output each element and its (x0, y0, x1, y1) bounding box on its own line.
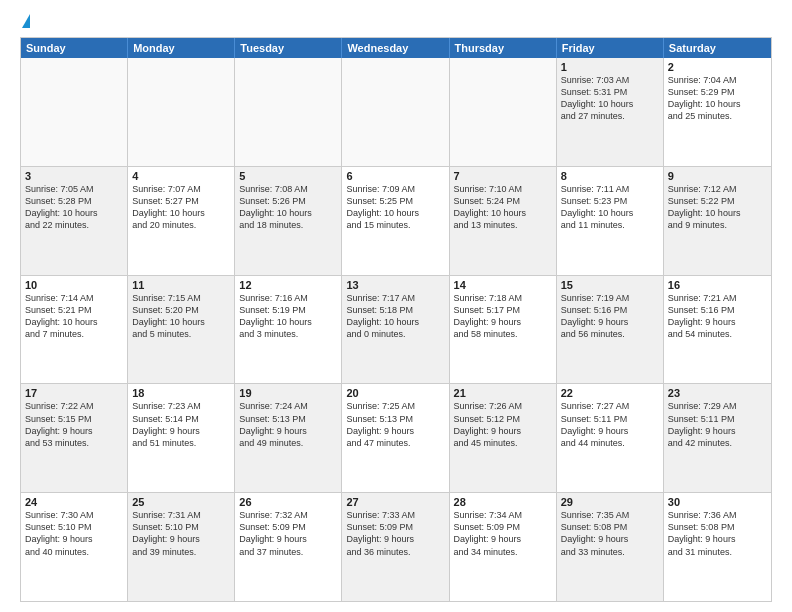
calendar-cell-26: 26Sunrise: 7:32 AM Sunset: 5:09 PM Dayli… (235, 493, 342, 601)
calendar-cell-9: 9Sunrise: 7:12 AM Sunset: 5:22 PM Daylig… (664, 167, 771, 275)
calendar-cell-8: 8Sunrise: 7:11 AM Sunset: 5:23 PM Daylig… (557, 167, 664, 275)
logo-triangle-icon (22, 14, 30, 28)
day-number: 8 (561, 170, 659, 182)
calendar-cell-23: 23Sunrise: 7:29 AM Sunset: 5:11 PM Dayli… (664, 384, 771, 492)
day-number: 19 (239, 387, 337, 399)
calendar-cell-16: 16Sunrise: 7:21 AM Sunset: 5:16 PM Dayli… (664, 276, 771, 384)
day-info: Sunrise: 7:09 AM Sunset: 5:25 PM Dayligh… (346, 183, 444, 232)
weekday-header-thursday: Thursday (450, 38, 557, 58)
day-number: 18 (132, 387, 230, 399)
day-info: Sunrise: 7:14 AM Sunset: 5:21 PM Dayligh… (25, 292, 123, 341)
day-info: Sunrise: 7:25 AM Sunset: 5:13 PM Dayligh… (346, 400, 444, 449)
day-info: Sunrise: 7:26 AM Sunset: 5:12 PM Dayligh… (454, 400, 552, 449)
day-info: Sunrise: 7:24 AM Sunset: 5:13 PM Dayligh… (239, 400, 337, 449)
day-number: 12 (239, 279, 337, 291)
calendar-row-3: 10Sunrise: 7:14 AM Sunset: 5:21 PM Dayli… (21, 276, 771, 385)
day-info: Sunrise: 7:32 AM Sunset: 5:09 PM Dayligh… (239, 509, 337, 558)
calendar-cell-29: 29Sunrise: 7:35 AM Sunset: 5:08 PM Dayli… (557, 493, 664, 601)
day-info: Sunrise: 7:22 AM Sunset: 5:15 PM Dayligh… (25, 400, 123, 449)
calendar: SundayMondayTuesdayWednesdayThursdayFrid… (20, 37, 772, 602)
day-info: Sunrise: 7:15 AM Sunset: 5:20 PM Dayligh… (132, 292, 230, 341)
day-number: 15 (561, 279, 659, 291)
day-info: Sunrise: 7:10 AM Sunset: 5:24 PM Dayligh… (454, 183, 552, 232)
calendar-cell-17: 17Sunrise: 7:22 AM Sunset: 5:15 PM Dayli… (21, 384, 128, 492)
day-number: 26 (239, 496, 337, 508)
day-number: 30 (668, 496, 767, 508)
day-number: 7 (454, 170, 552, 182)
day-info: Sunrise: 7:18 AM Sunset: 5:17 PM Dayligh… (454, 292, 552, 341)
calendar-cell-19: 19Sunrise: 7:24 AM Sunset: 5:13 PM Dayli… (235, 384, 342, 492)
day-info: Sunrise: 7:08 AM Sunset: 5:26 PM Dayligh… (239, 183, 337, 232)
calendar-cell-11: 11Sunrise: 7:15 AM Sunset: 5:20 PM Dayli… (128, 276, 235, 384)
day-number: 24 (25, 496, 123, 508)
calendar-cell-12: 12Sunrise: 7:16 AM Sunset: 5:19 PM Dayli… (235, 276, 342, 384)
calendar-cell-5: 5Sunrise: 7:08 AM Sunset: 5:26 PM Daylig… (235, 167, 342, 275)
day-info: Sunrise: 7:11 AM Sunset: 5:23 PM Dayligh… (561, 183, 659, 232)
calendar-cell-empty-0 (21, 58, 128, 166)
day-number: 6 (346, 170, 444, 182)
calendar-row-5: 24Sunrise: 7:30 AM Sunset: 5:10 PM Dayli… (21, 493, 771, 601)
calendar-cell-20: 20Sunrise: 7:25 AM Sunset: 5:13 PM Dayli… (342, 384, 449, 492)
day-info: Sunrise: 7:05 AM Sunset: 5:28 PM Dayligh… (25, 183, 123, 232)
day-info: Sunrise: 7:17 AM Sunset: 5:18 PM Dayligh… (346, 292, 444, 341)
day-info: Sunrise: 7:29 AM Sunset: 5:11 PM Dayligh… (668, 400, 767, 449)
day-number: 22 (561, 387, 659, 399)
day-info: Sunrise: 7:16 AM Sunset: 5:19 PM Dayligh… (239, 292, 337, 341)
calendar-cell-empty-4 (450, 58, 557, 166)
day-number: 11 (132, 279, 230, 291)
day-info: Sunrise: 7:36 AM Sunset: 5:08 PM Dayligh… (668, 509, 767, 558)
day-number: 2 (668, 61, 767, 73)
day-number: 5 (239, 170, 337, 182)
calendar-cell-27: 27Sunrise: 7:33 AM Sunset: 5:09 PM Dayli… (342, 493, 449, 601)
calendar-body: 1Sunrise: 7:03 AM Sunset: 5:31 PM Daylig… (21, 58, 771, 601)
day-number: 27 (346, 496, 444, 508)
calendar-header: SundayMondayTuesdayWednesdayThursdayFrid… (21, 38, 771, 58)
calendar-cell-21: 21Sunrise: 7:26 AM Sunset: 5:12 PM Dayli… (450, 384, 557, 492)
day-number: 17 (25, 387, 123, 399)
weekday-header-monday: Monday (128, 38, 235, 58)
calendar-cell-1: 1Sunrise: 7:03 AM Sunset: 5:31 PM Daylig… (557, 58, 664, 166)
day-info: Sunrise: 7:04 AM Sunset: 5:29 PM Dayligh… (668, 74, 767, 123)
day-number: 10 (25, 279, 123, 291)
calendar-cell-10: 10Sunrise: 7:14 AM Sunset: 5:21 PM Dayli… (21, 276, 128, 384)
page: SundayMondayTuesdayWednesdayThursdayFrid… (0, 0, 792, 612)
calendar-cell-30: 30Sunrise: 7:36 AM Sunset: 5:08 PM Dayli… (664, 493, 771, 601)
day-number: 1 (561, 61, 659, 73)
day-number: 21 (454, 387, 552, 399)
day-number: 4 (132, 170, 230, 182)
header (20, 16, 772, 27)
day-number: 28 (454, 496, 552, 508)
calendar-cell-24: 24Sunrise: 7:30 AM Sunset: 5:10 PM Dayli… (21, 493, 128, 601)
calendar-cell-25: 25Sunrise: 7:31 AM Sunset: 5:10 PM Dayli… (128, 493, 235, 601)
day-number: 16 (668, 279, 767, 291)
weekday-header-sunday: Sunday (21, 38, 128, 58)
day-number: 14 (454, 279, 552, 291)
day-number: 9 (668, 170, 767, 182)
calendar-cell-3: 3Sunrise: 7:05 AM Sunset: 5:28 PM Daylig… (21, 167, 128, 275)
day-info: Sunrise: 7:35 AM Sunset: 5:08 PM Dayligh… (561, 509, 659, 558)
weekday-header-saturday: Saturday (664, 38, 771, 58)
calendar-cell-22: 22Sunrise: 7:27 AM Sunset: 5:11 PM Dayli… (557, 384, 664, 492)
calendar-cell-15: 15Sunrise: 7:19 AM Sunset: 5:16 PM Dayli… (557, 276, 664, 384)
calendar-cell-18: 18Sunrise: 7:23 AM Sunset: 5:14 PM Dayli… (128, 384, 235, 492)
calendar-row-2: 3Sunrise: 7:05 AM Sunset: 5:28 PM Daylig… (21, 167, 771, 276)
day-number: 20 (346, 387, 444, 399)
weekday-header-wednesday: Wednesday (342, 38, 449, 58)
calendar-cell-13: 13Sunrise: 7:17 AM Sunset: 5:18 PM Dayli… (342, 276, 449, 384)
day-number: 25 (132, 496, 230, 508)
calendar-cell-empty-3 (342, 58, 449, 166)
day-info: Sunrise: 7:23 AM Sunset: 5:14 PM Dayligh… (132, 400, 230, 449)
day-info: Sunrise: 7:34 AM Sunset: 5:09 PM Dayligh… (454, 509, 552, 558)
day-info: Sunrise: 7:27 AM Sunset: 5:11 PM Dayligh… (561, 400, 659, 449)
day-info: Sunrise: 7:30 AM Sunset: 5:10 PM Dayligh… (25, 509, 123, 558)
logo (20, 16, 30, 27)
day-info: Sunrise: 7:03 AM Sunset: 5:31 PM Dayligh… (561, 74, 659, 123)
calendar-cell-empty-1 (128, 58, 235, 166)
calendar-cell-7: 7Sunrise: 7:10 AM Sunset: 5:24 PM Daylig… (450, 167, 557, 275)
day-info: Sunrise: 7:31 AM Sunset: 5:10 PM Dayligh… (132, 509, 230, 558)
calendar-cell-2: 2Sunrise: 7:04 AM Sunset: 5:29 PM Daylig… (664, 58, 771, 166)
calendar-cell-6: 6Sunrise: 7:09 AM Sunset: 5:25 PM Daylig… (342, 167, 449, 275)
calendar-cell-4: 4Sunrise: 7:07 AM Sunset: 5:27 PM Daylig… (128, 167, 235, 275)
day-info: Sunrise: 7:12 AM Sunset: 5:22 PM Dayligh… (668, 183, 767, 232)
day-info: Sunrise: 7:21 AM Sunset: 5:16 PM Dayligh… (668, 292, 767, 341)
